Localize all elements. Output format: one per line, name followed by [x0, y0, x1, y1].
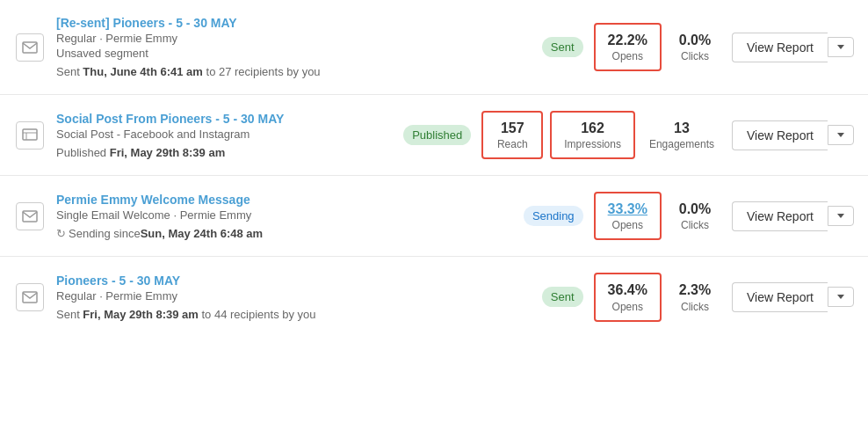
metric-clicks-label: Impressions: [564, 138, 621, 150]
campaign-row: [Re-sent] Pioneers - 5 - 30 MAYRegular ·…: [0, 0, 868, 95]
metric-clicks: 162Impressions: [550, 111, 635, 159]
view-report-button[interactable]: View Report: [732, 201, 828, 231]
status-badge: Sent: [542, 287, 583, 307]
campaign-subtitle: Single Email Welcome · Permie Emmy: [56, 208, 513, 222]
campaign-subtitle: Social Post - Facebook and Instagram: [56, 128, 393, 141]
envelope-icon: [16, 33, 44, 62]
metric-opens: 22.2%Opens: [594, 23, 662, 71]
metric-opens-value[interactable]: 33.3%: [608, 201, 647, 217]
svg-rect-0: [23, 42, 37, 53]
metric-opens-label: Reach: [495, 138, 529, 150]
campaign-info: Social Post From Pioneers - 5 - 30 MAYSo…: [56, 112, 393, 159]
metric-opens: 33.3%Opens: [594, 192, 662, 240]
metric-clicks-label: Clicks: [676, 301, 714, 313]
campaign-title[interactable]: Permie Emmy Welcome Message: [56, 193, 513, 207]
action-area: View Report: [732, 201, 854, 231]
metrics-area: 157Reach162Impressions13Engagements: [481, 111, 721, 159]
campaign-sent-text: ↻Sending since Sun, May 24th 6:48 am: [56, 227, 513, 240]
campaign-subtitle2: Unsaved segment: [56, 47, 532, 60]
campaign-info: Pioneers - 5 - 30 MAYRegular · Permie Em…: [56, 274, 532, 321]
metric-opens-label: Opens: [608, 50, 647, 62]
metric-clicks: 0.0%Clicks: [669, 193, 721, 238]
view-report-dropdown-button[interactable]: [828, 125, 854, 145]
view-report-dropdown-button[interactable]: [828, 287, 854, 307]
metric-engagements: 13Engagements: [642, 113, 721, 157]
metric-opens-label: Opens: [608, 301, 647, 313]
campaign-list: [Re-sent] Pioneers - 5 - 30 MAYRegular ·…: [0, 0, 868, 338]
icon-area: [14, 202, 46, 230]
action-area: View Report: [732, 282, 854, 312]
chevron-down-icon: [837, 214, 844, 218]
chevron-down-icon: [837, 133, 844, 137]
metric-opens-value: 22.2%: [608, 32, 647, 48]
metric-clicks-value: 162: [564, 120, 621, 136]
metric-clicks: 2.3%Clicks: [669, 274, 721, 319]
metric-opens: 36.4%Opens: [594, 273, 662, 321]
metric-opens-value: 157: [495, 120, 529, 136]
campaign-sent-text: Sent Thu, June 4th 6:41 am to 27 recipie…: [56, 65, 532, 78]
action-area: View Report: [732, 33, 854, 62]
view-report-button[interactable]: View Report: [732, 120, 828, 150]
campaign-subtitle: Regular · Permie Emmy: [56, 289, 532, 303]
metric-engagements-label: Engagements: [649, 138, 714, 150]
metric-clicks-value: 0.0%: [676, 32, 714, 48]
metric-opens: 157Reach: [481, 111, 543, 159]
campaign-subtitle: Regular · Permie Emmy: [56, 32, 532, 45]
campaign-title[interactable]: Social Post From Pioneers - 5 - 30 MAY: [56, 112, 393, 126]
svg-rect-5: [23, 292, 37, 303]
metrics-area: 22.2%Opens0.0%Clicks: [594, 23, 721, 71]
status-badge: Sent: [542, 37, 583, 57]
campaign-title[interactable]: Pioneers - 5 - 30 MAY: [56, 274, 532, 288]
svg-rect-4: [23, 211, 37, 222]
metric-clicks-value: 2.3%: [676, 281, 714, 298]
campaign-row: Social Post From Pioneers - 5 - 30 MAYSo…: [0, 95, 868, 176]
view-report-dropdown-button[interactable]: [828, 206, 854, 226]
metric-opens-label: Opens: [608, 219, 647, 231]
campaign-sent-text: Published Fri, May 29th 8:39 am: [56, 146, 393, 159]
icon-area: [14, 283, 46, 311]
envelope-icon: [16, 283, 44, 311]
campaign-row: Pioneers - 5 - 30 MAYRegular · Permie Em…: [0, 257, 868, 337]
campaign-row: Permie Emmy Welcome MessageSingle Email …: [0, 176, 868, 257]
metrics-area: 36.4%Opens2.3%Clicks: [594, 273, 721, 321]
icon-area: [14, 33, 46, 62]
view-report-button[interactable]: View Report: [732, 282, 828, 312]
metric-opens-value: 36.4%: [608, 281, 647, 298]
metric-clicks: 0.0%Clicks: [669, 25, 721, 69]
metric-clicks-label: Clicks: [676, 50, 714, 62]
chevron-down-icon: [837, 45, 844, 49]
campaign-info: [Re-sent] Pioneers - 5 - 30 MAYRegular ·…: [56, 16, 532, 78]
svg-rect-1: [23, 129, 37, 140]
social-icon: [16, 121, 44, 150]
icon-area: [14, 121, 46, 150]
campaign-info: Permie Emmy Welcome MessageSingle Email …: [56, 193, 513, 240]
metric-clicks-value: 0.0%: [676, 201, 714, 217]
campaign-title[interactable]: [Re-sent] Pioneers - 5 - 30 MAY: [56, 16, 532, 30]
metrics-area: 33.3%Opens0.0%Clicks: [594, 192, 721, 240]
metric-engagements-value: 13: [649, 120, 714, 136]
campaign-sent-text: Sent Fri, May 29th 8:39 am to 44 recipie…: [56, 308, 532, 321]
metric-clicks-label: Clicks: [676, 219, 714, 231]
action-area: View Report: [732, 120, 854, 150]
view-report-button[interactable]: View Report: [732, 33, 828, 62]
view-report-dropdown-button[interactable]: [828, 37, 854, 57]
status-badge: Published: [403, 125, 471, 145]
chevron-down-icon: [837, 295, 844, 299]
status-badge: Sending: [524, 206, 583, 226]
envelope-icon: [16, 202, 44, 230]
